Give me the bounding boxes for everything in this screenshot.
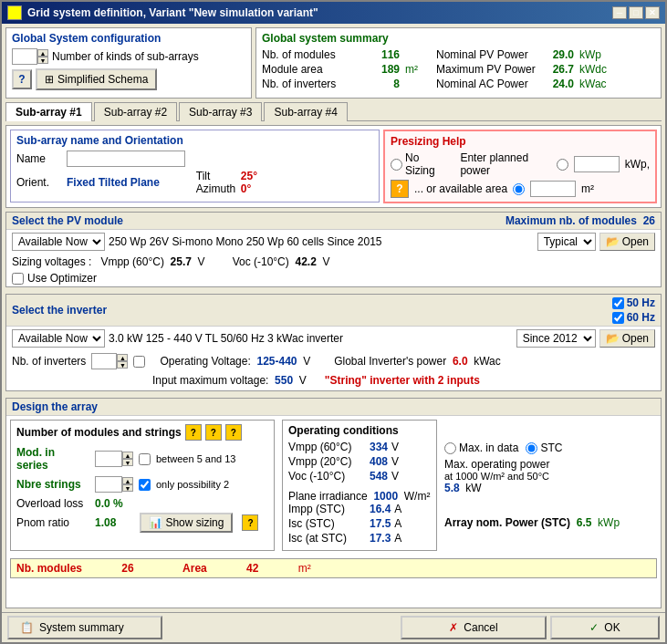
or-label: ... or available area <box>414 182 507 195</box>
gip-label: Global Inverter's power <box>334 355 446 368</box>
sum-inverters-val: 8 <box>368 78 400 90</box>
ok-label: OK <box>604 621 620 634</box>
ms-help-btn-2[interactable]: ? <box>205 424 222 441</box>
ms-help-btn-3[interactable]: ? <box>225 424 242 441</box>
stc-radio[interactable] <box>526 442 537 454</box>
help-button[interactable]: ? <box>12 69 32 89</box>
max-in-data-radio[interactable] <box>444 442 456 454</box>
tab-subarray-4[interactable]: Sub-array #4 <box>264 102 347 121</box>
mod-spin-up[interactable]: ▲ <box>122 452 133 459</box>
stc-radio-label[interactable]: STC <box>526 441 562 454</box>
pv-open-button[interactable]: 📂 Open <box>599 233 655 251</box>
nbre-strings-input[interactable]: 2 <box>95 476 122 493</box>
operating-conds-panel: Operating conditions Vmpp (60°C) 334 V V… <box>282 420 437 551</box>
presizing-help-button[interactable]: ? <box>391 180 409 198</box>
nbre-strings-label: Nbre strings <box>16 478 89 491</box>
inv-nb-checkbox[interactable] <box>133 356 145 368</box>
oc-vmpp20-row: Vmpp (20°C) 408 V <box>288 455 431 468</box>
nbre-spin-down[interactable]: ▼ <box>122 484 133 492</box>
tab-subarray-3[interactable]: Sub-array #3 <box>179 102 262 121</box>
isc-at-unit: A <box>394 532 401 545</box>
area-input[interactable]: 43 <box>530 181 576 197</box>
show-sizing-button[interactable]: 📊 Show sizing <box>140 513 233 533</box>
sizing-help-btn[interactable]: ? <box>242 514 258 531</box>
inv-spin-down[interactable]: ▼ <box>117 361 128 369</box>
nbre-spin-arrows: ▲ ▼ <box>122 477 133 492</box>
subarrays-input[interactable]: 4 <box>12 48 37 65</box>
sum-area-val: 189 <box>368 63 400 76</box>
oc-voc10-row: Voc (-10°C) 548 V <box>288 470 431 483</box>
hz60-label[interactable]: 60 Hz <box>612 311 655 324</box>
summary-row-max-pv: Maximum PV Power 26.7 kWdc <box>436 63 607 76</box>
max-modules-label: Maximum nb. of modules <box>505 214 637 227</box>
area-unit: m² <box>581 182 594 195</box>
sum-nom-ac-unit: kWac <box>579 78 607 90</box>
ok-button[interactable]: ✓ OK <box>550 616 660 639</box>
inv-second-row: Input maximum voltage: 550 V "String" in… <box>6 372 661 390</box>
optimizer-checkbox[interactable] <box>12 273 24 285</box>
isc-value: 17.5 <box>370 517 391 530</box>
voc-unit: V <box>322 255 329 268</box>
mod-series-input[interactable]: 13 <box>95 451 122 467</box>
tab-subarray-1[interactable]: Sub-array #1 <box>5 102 92 121</box>
simplified-schema-button[interactable]: ⊞ Simplified Schema <box>36 68 157 90</box>
overload-value: 0.0 % <box>95 497 123 510</box>
no-sizing-radio-label[interactable]: No Sizing <box>391 151 445 177</box>
main-content: Global System configuration 4 ▲ ▼ Number… <box>2 24 665 612</box>
subarray-name-title: Sub-array name and Orientation <box>16 134 373 147</box>
pv-available-dropdown[interactable]: Available Now <box>12 233 105 251</box>
nb-inverters-spinner[interactable]: 2 ▲ ▼ <box>91 353 128 369</box>
area-radio-label[interactable] <box>513 183 525 195</box>
summary-row-nominal-ac: Nominal AC Power 24.0 kWac <box>436 78 607 90</box>
nbre-strings-spinner[interactable]: 2 ▲ ▼ <box>95 476 133 493</box>
isc-label: Isc (STC) <box>288 517 366 530</box>
maximize-button[interactable]: □ <box>629 6 643 19</box>
max-in-data-radio-label[interactable]: Max. in data <box>444 441 518 454</box>
max-op-power-label: Max. operating power <box>444 458 657 471</box>
subarrays-label: Number of kinds of sub-arrays <box>52 50 199 63</box>
optimizer-label[interactable]: Use Optimizer <box>12 272 655 285</box>
hz50-label[interactable]: 50 Hz <box>612 296 655 309</box>
mod-spin-down[interactable]: ▼ <box>122 459 133 466</box>
max-in-data-label: Max. in data <box>459 441 518 454</box>
inv-open-button[interactable]: 📂 Open <box>599 329 655 348</box>
inverter-section: Select the inverter 50 Hz 60 Hz Availabl… <box>5 294 662 391</box>
tilt-value: 25° <box>241 170 257 182</box>
spin-down[interactable]: ▼ <box>37 57 48 64</box>
system-summary-button[interactable]: 📋 System summary <box>7 616 162 639</box>
power-radio[interactable] <box>557 159 568 171</box>
tab-subarray-2[interactable]: Sub-array #2 <box>94 102 177 121</box>
mod-between-label: between 5 and 13 <box>156 453 235 464</box>
cancel-button[interactable]: ✗ Cancel <box>401 616 547 639</box>
inv-spin-up[interactable]: ▲ <box>117 354 128 361</box>
area-radio[interactable] <box>513 183 525 195</box>
ms-help-btn-1[interactable]: ? <box>185 424 202 441</box>
no-sizing-radio[interactable] <box>391 159 402 171</box>
overload-label: Overload loss <box>16 497 89 510</box>
close-button[interactable]: ✕ <box>645 6 660 19</box>
nb-inverters-input[interactable]: 2 <box>91 353 117 369</box>
hz60-checkbox[interactable] <box>612 312 624 324</box>
power-radio-label[interactable] <box>557 159 568 171</box>
mod-between-checkbox[interactable] <box>139 453 151 465</box>
no-sizing-label: No Sizing <box>405 151 445 177</box>
nbre-only-checkbox[interactable] <box>139 479 151 491</box>
plane-irr-label: Plane irradiance <box>288 490 368 503</box>
cancel-icon: ✗ <box>449 621 458 634</box>
presizing-title: Presizing Help <box>391 135 650 148</box>
pv-typical-dropdown[interactable]: Typical <box>537 233 596 251</box>
optimizer-row: Use Optimizer <box>6 270 661 286</box>
inv-since-dropdown[interactable]: Since 2012 <box>516 329 596 348</box>
power-input[interactable]: 6.5 <box>574 156 620 172</box>
hz50-checkbox[interactable] <box>612 297 624 309</box>
nbre-spin-up[interactable]: ▲ <box>122 477 133 484</box>
inv-nb-row: Nb. of inverters 2 ▲ ▼ Operating Voltage… <box>6 350 661 372</box>
subarrays-spinner[interactable]: 4 ▲ ▼ <box>12 48 48 65</box>
mod-series-spinner[interactable]: 13 ▲ ▼ <box>95 451 133 467</box>
name-input[interactable]: Sub-array #1 <box>67 151 185 167</box>
plane-irr-unit: W/m² <box>404 490 431 503</box>
minimize-button[interactable]: ─ <box>612 6 627 19</box>
inv-available-dropdown[interactable]: Available Now <box>12 329 105 348</box>
right-panel: Max. in data STC Max. operating power at… <box>441 416 661 555</box>
spin-up[interactable]: ▲ <box>37 49 48 57</box>
